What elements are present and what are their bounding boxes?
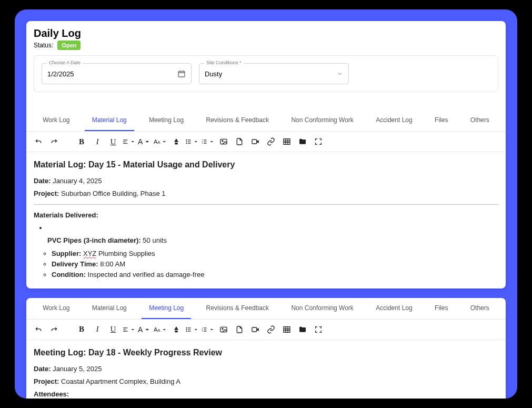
undo-icon[interactable] [32, 323, 45, 336]
editor-toolbar-2: BIUAAA123 [26, 320, 506, 340]
redo-icon[interactable] [47, 135, 61, 148]
italic-icon[interactable]: I [91, 323, 104, 336]
bold-icon[interactable]: B [75, 135, 88, 148]
video-icon[interactable] [248, 135, 262, 148]
materials-delivered-label: Materials Delivered: [34, 211, 98, 219]
highlight-icon[interactable] [169, 135, 183, 148]
list-item: Delivery Time: 8:00 AM [52, 259, 498, 270]
svg-point-4 [186, 143, 187, 144]
tab-revisions-feedback[interactable]: Revisions & Feedback [199, 110, 276, 131]
pvc-pipes-label: PVC Pipes (3-inch diameter): [47, 236, 141, 244]
tab-material-log[interactable]: Material Log [85, 298, 134, 319]
align-icon[interactable] [122, 135, 136, 148]
date-label: Date: [34, 177, 51, 185]
svg-rect-21 [252, 327, 257, 332]
daily-log-card: Daily Log Status: Open Choose A Date 1/2… [26, 21, 506, 288]
tab-non-conforming-work[interactable]: Non Conforming Work [284, 110, 361, 131]
list-item [47, 223, 498, 233]
supplier-rest: Plumbing Supplies [98, 250, 155, 257]
page-title: Daily Log [34, 27, 498, 39]
table-icon[interactable] [280, 323, 294, 336]
fullscreen-icon[interactable] [312, 323, 325, 336]
underline-icon[interactable]: U [106, 135, 120, 148]
folder-icon[interactable] [296, 323, 309, 336]
font-size-icon[interactable]: AA [154, 135, 167, 148]
svg-rect-10 [252, 140, 257, 144]
meeting-log-card: Work LogMaterial LogMeeting LogRevisions… [26, 298, 506, 399]
numbered-list-icon[interactable]: 123 [201, 323, 215, 336]
svg-rect-22 [284, 327, 290, 333]
font-color-icon[interactable]: A [138, 135, 152, 148]
svg-text:3: 3 [202, 330, 203, 332]
file-icon[interactable] [233, 135, 246, 148]
tab-non-conforming-work[interactable]: Non Conforming Work [284, 298, 361, 319]
link-icon[interactable] [264, 135, 278, 148]
align-icon[interactable] [122, 323, 136, 336]
filters-panel: Choose A Date 1/2/2025 Site Conditions *… [34, 55, 498, 92]
svg-rect-0 [178, 71, 185, 77]
tab-material-log[interactable]: Material Log [85, 110, 134, 131]
highlight-icon[interactable] [169, 323, 183, 336]
date-field-label: Choose A Date [47, 60, 83, 65]
date-label-2: Date: [34, 365, 51, 373]
numbered-list-icon[interactable]: 123 [201, 135, 215, 148]
tab-work-log[interactable]: Work Log [35, 110, 77, 131]
chevron-down-icon[interactable] [337, 71, 343, 77]
undo-icon[interactable] [32, 135, 45, 148]
folder-icon[interactable] [296, 135, 309, 148]
svg-text:3: 3 [202, 142, 203, 144]
calendar-icon[interactable] [177, 69, 186, 78]
tab-others[interactable]: Others [463, 298, 497, 319]
video-icon[interactable] [248, 323, 262, 336]
image-icon[interactable] [217, 323, 230, 336]
tab-meeting-log[interactable]: Meeting Log [142, 110, 191, 131]
font-size-icon[interactable]: AA [154, 323, 167, 336]
redo-icon[interactable] [47, 323, 61, 336]
tab-work-log[interactable]: Work Log [35, 298, 77, 319]
underline-icon[interactable]: U [106, 323, 120, 336]
editor-toolbar-1: BIUAAA123 [26, 132, 506, 152]
tab-accident-log[interactable]: Accident Log [368, 298, 419, 319]
meeting-log-editor[interactable]: Meeting Log: Day 18 - Weekly Progress Re… [26, 340, 506, 399]
svg-rect-12 [175, 331, 177, 332]
list-item: Supplier: XYZ Plumbing Supplies [52, 248, 498, 259]
status-badge: Open [57, 41, 81, 50]
svg-rect-1 [175, 143, 177, 144]
tab-others[interactable]: Others [463, 110, 497, 131]
site-conditions-label: Site Conditions * [204, 60, 244, 65]
svg-point-20 [222, 329, 223, 330]
material-log-editor[interactable]: Material Log: Day 15 - Material Usage an… [26, 152, 506, 288]
site-conditions-field[interactable]: Site Conditions * Dusty [199, 63, 349, 84]
svg-point-14 [186, 329, 187, 330]
file-icon[interactable] [233, 323, 246, 336]
font-color-icon[interactable]: A [138, 323, 152, 336]
svg-point-13 [186, 327, 187, 328]
meeting-log-title: Meeting Log: Day 18 - Weekly Progress Re… [34, 346, 498, 360]
tab-meeting-log[interactable]: Meeting Log [142, 298, 191, 319]
image-icon[interactable] [217, 135, 230, 148]
tab-revisions-feedback[interactable]: Revisions & Feedback [199, 298, 276, 319]
bold-icon[interactable]: B [75, 323, 88, 336]
tab-files[interactable]: Files [427, 298, 455, 319]
svg-rect-11 [284, 139, 290, 145]
tab-files[interactable]: Files [427, 110, 455, 131]
tab-accident-log[interactable]: Accident Log [368, 110, 419, 131]
pvc-pipes-value: 50 units [143, 236, 167, 244]
bullet-list-icon[interactable] [185, 135, 199, 148]
svg-point-2 [186, 140, 187, 140]
project-label-2: Project: [34, 377, 59, 385]
fullscreen-icon[interactable] [312, 135, 325, 148]
project-value: Suburban Office Building, Phase 1 [61, 190, 166, 197]
date-field-value: 1/2/2025 [47, 70, 74, 78]
table-icon[interactable] [280, 135, 294, 148]
svg-point-9 [222, 141, 223, 142]
attendees-label: Attendees: [34, 390, 69, 398]
link-icon[interactable] [264, 323, 278, 336]
project-label: Project: [34, 190, 59, 197]
tabs-card1: Work LogMaterial LogMeeting LogRevisions… [26, 110, 506, 132]
italic-icon[interactable]: I [91, 135, 104, 148]
bullet-list-icon[interactable] [185, 323, 199, 336]
project-value-2: Coastal Apartment Complex, Building A [61, 377, 180, 385]
date-field[interactable]: Choose A Date 1/2/2025 [42, 63, 192, 84]
svg-point-15 [186, 331, 187, 332]
